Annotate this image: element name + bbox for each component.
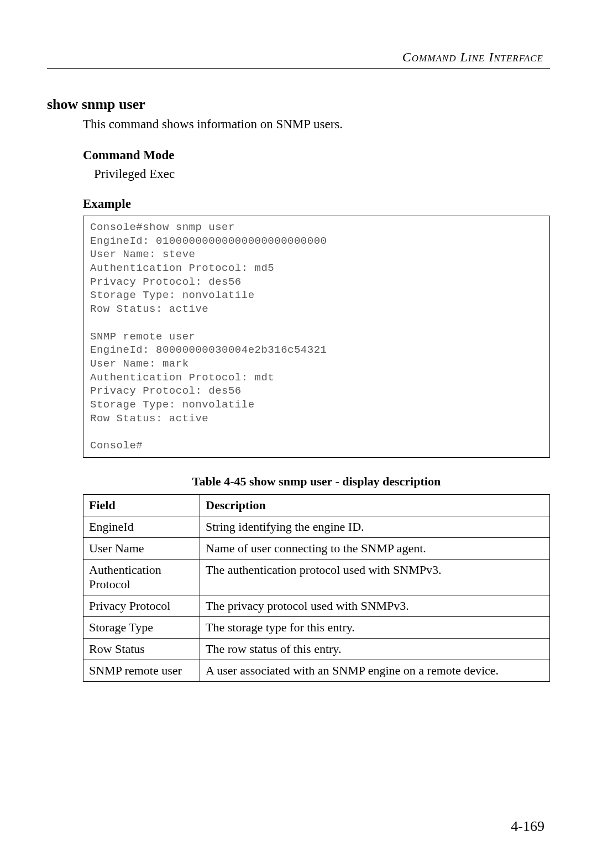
example-heading: Example bbox=[83, 197, 550, 211]
table-cell-description: The storage type for this entry. bbox=[200, 616, 550, 638]
table-cell-description: The authentication protocol used with SN… bbox=[200, 559, 550, 595]
table-cell-field: Privacy Protocol bbox=[83, 595, 200, 616]
table-cell-description: The privacy protocol used with SNMPv3. bbox=[200, 595, 550, 616]
table-row: EngineId String identifying the engine I… bbox=[83, 516, 550, 537]
table-caption: Table 4-45 show snmp user - display desc… bbox=[83, 474, 550, 489]
header-rule bbox=[47, 68, 550, 69]
table-header-description: Description bbox=[200, 494, 550, 516]
table-cell-field: Storage Type bbox=[83, 616, 200, 638]
command-intro: This command shows information on SNMP u… bbox=[83, 117, 550, 132]
command-title: show snmp user bbox=[47, 96, 550, 113]
table-cell-field: Row Status bbox=[83, 638, 200, 660]
command-mode-value: Privileged Exec bbox=[94, 167, 550, 181]
table-row: Row Status The row status of this entry. bbox=[83, 638, 550, 660]
table-cell-description: A user associated with an SNMP engine on… bbox=[200, 660, 550, 681]
console-output: Console#show snmp user EngineId: 0100000… bbox=[83, 216, 550, 458]
table-cell-field: SNMP remote user bbox=[83, 660, 200, 681]
table-header-field: Field bbox=[83, 494, 200, 516]
table-row: User Name Name of user connecting to the… bbox=[83, 537, 550, 559]
table-cell-description: Name of user connecting to the SNMP agen… bbox=[200, 537, 550, 559]
table-cell-field: Authentication Protocol bbox=[83, 559, 200, 595]
command-mode-heading: Command Mode bbox=[83, 148, 550, 163]
table-row: Storage Type The storage type for this e… bbox=[83, 616, 550, 638]
table-cell-field: EngineId bbox=[83, 516, 200, 537]
description-table: Field Description EngineId String identi… bbox=[83, 494, 550, 682]
table-row: SNMP remote user A user associated with … bbox=[83, 660, 550, 681]
table-cell-field: User Name bbox=[83, 537, 200, 559]
table-row: Privacy Protocol The privacy protocol us… bbox=[83, 595, 550, 616]
table-row: Authentication Protocol The authenticati… bbox=[83, 559, 550, 595]
running-head: Command Line Interface bbox=[47, 50, 550, 65]
page-number: 4-169 bbox=[511, 818, 544, 835]
table-cell-description: The row status of this entry. bbox=[200, 638, 550, 660]
table-cell-description: String identifying the engine ID. bbox=[200, 516, 550, 537]
